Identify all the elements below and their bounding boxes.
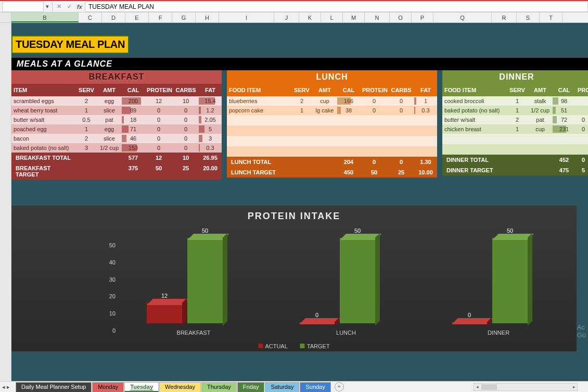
worksheet-area[interactable]: TUESDAY MEAL PLAN MEALS AT A GLANCE BREA…: [0, 23, 588, 381]
column-header-F[interactable]: F: [149, 12, 172, 22]
dinner-header: DINNER: [442, 70, 588, 84]
page-title-cell[interactable]: TUESDAY MEAL PLAN: [11, 35, 129, 54]
subtitle-bar: MEALS AT A GLANCE: [11, 58, 588, 70]
column-header-R[interactable]: R: [492, 12, 517, 22]
breakfast-header: BREAKFAST: [11, 70, 222, 84]
protein-chart[interactable]: PROTEIN INTAKE 01020304050 1250BREAKFAST…: [11, 206, 577, 351]
column-header-O[interactable]: O: [390, 12, 412, 22]
chart-legend: ACTUALTARGET: [258, 343, 329, 349]
table-row[interactable]: [442, 144, 588, 155]
column-header-C[interactable]: C: [79, 12, 102, 22]
tab-nav[interactable]: ◂ ▸: [2, 384, 10, 390]
activate-watermark: Ac Go: [577, 323, 586, 339]
formula-input[interactable]: TUESDAY MEAL PLAN: [85, 2, 588, 12]
column-header-K[interactable]: K: [299, 12, 321, 22]
table-row[interactable]: [227, 136, 437, 146]
bar-target: 50: [340, 238, 375, 323]
name-box[interactable]: [2, 2, 44, 12]
dinner-total: DINNER TOTAL4520: [442, 155, 588, 165]
bar-actual: 12: [147, 303, 182, 323]
column-header-D[interactable]: D: [102, 12, 125, 22]
table-row[interactable]: baked potato (no salt)11/2 cup51: [442, 106, 588, 115]
lunch-total: LUNCH TOTAL204001.30: [227, 157, 437, 167]
column-header-N[interactable]: N: [365, 12, 390, 22]
sheet-tab-friday[interactable]: Friday: [237, 382, 265, 392]
lunch-header: LUNCH: [227, 70, 437, 84]
table-row[interactable]: popcorn cake1lg cake38000.3: [227, 106, 437, 115]
column-header-M[interactable]: M: [343, 12, 365, 22]
sheet-tab-thursday[interactable]: Thursday: [201, 382, 237, 392]
confirm-edit-icon[interactable]: ✓: [64, 3, 74, 10]
column-header-I[interactable]: I: [219, 12, 274, 22]
bar-target: 50: [492, 238, 528, 323]
cancel-edit-icon[interactable]: ✕: [54, 3, 64, 10]
breakfast-total: BREAKFAST TOTAL577121026.95: [11, 153, 222, 163]
column-header-Q[interactable]: Q: [433, 12, 492, 22]
table-row[interactable]: [227, 146, 437, 157]
table-row[interactable]: [227, 125, 437, 136]
column-headers: BCDEFGHIJKLMNOPQRST: [0, 12, 588, 23]
name-box-dropdown[interactable]: ▾: [44, 3, 51, 10]
formula-bar: ▾ ✕ ✓ fx TUESDAY MEAL PLAN: [0, 0, 588, 12]
column-header-E[interactable]: E: [125, 12, 149, 22]
table-row[interactable]: wheat berry toast1slice89001.2: [11, 106, 222, 115]
bar-actual: 0: [299, 322, 335, 323]
sheet-tab-bar: ◂ ▸ Daily Meal Planner SetupMondayTuesda…: [0, 381, 588, 392]
table-row[interactable]: butter w/salt0.5pat18002.05: [11, 115, 222, 124]
sheet-tab-tuesday[interactable]: Tuesday: [124, 382, 159, 392]
column-header-L[interactable]: L: [321, 12, 343, 22]
fx-icon[interactable]: fx: [74, 4, 85, 10]
table-row[interactable]: [227, 115, 437, 125]
sheet-tab-wednesday[interactable]: Wednesday: [159, 382, 201, 392]
bar-target: 50: [187, 238, 223, 323]
row-headers[interactable]: [0, 23, 11, 381]
table-row[interactable]: poached egg1egg71005: [11, 124, 222, 134]
sheet-tab-monday[interactable]: Monday: [92, 382, 124, 392]
table-row[interactable]: bacon2slice46003: [11, 134, 222, 143]
column-header-J[interactable]: J: [274, 12, 299, 22]
breakfast-table: BREAKFASTITEMSERVAMTCALPROTEINCARBSFATsc…: [11, 70, 222, 180]
column-header-B[interactable]: B: [11, 12, 79, 22]
bar-group-lunch: 050LUNCH: [299, 239, 393, 323]
sheet-tab-saturday[interactable]: Saturday: [265, 382, 299, 392]
table-row[interactable]: [442, 134, 588, 144]
sheet-tab-daily-meal-planner-setup[interactable]: Daily Meal Planner Setup: [16, 382, 92, 392]
table-row[interactable]: butter w/salt2pat720: [442, 115, 588, 124]
chart-title: PROTEIN INTAKE: [248, 211, 341, 222]
dinner-table: DINNERFOOD ITEMSERVAMTCALPROcooked brocc…: [442, 70, 588, 180]
bar-group-breakfast: 1250BREAKFAST: [147, 239, 240, 323]
lunch-target: LUNCH TARGET450502510.00: [227, 167, 437, 178]
column-header-T[interactable]: T: [540, 12, 563, 22]
dinner-target: DINNER TARGET4755: [442, 165, 588, 175]
column-header-P[interactable]: P: [412, 12, 433, 22]
horizontal-scrollbar[interactable]: ◂ ▸: [474, 383, 578, 391]
table-row[interactable]: blueberries2cup166001: [227, 96, 437, 106]
column-header-G[interactable]: G: [172, 12, 196, 22]
bar-group-dinner: 050DINNER: [452, 239, 545, 323]
add-sheet-button[interactable]: +: [335, 382, 344, 391]
table-row[interactable]: baked potato (no salt)31/2 cup153000.3: [11, 143, 222, 153]
table-row[interactable]: cooked broccoli1stalk98: [442, 96, 588, 106]
bar-actual: 0: [452, 322, 487, 323]
sheet-tab-sunday[interactable]: Sunday: [300, 382, 330, 392]
table-row[interactable]: scrambled eggs2egg200121015.4: [11, 96, 222, 106]
breakfast-target: BREAKFAST TARGET375502520.00: [11, 163, 222, 180]
lunch-table: LUNCHFOOD ITEMSERVAMTCALPROTEINCARBSFATb…: [227, 70, 437, 180]
column-header-H[interactable]: H: [196, 12, 219, 22]
column-header-S[interactable]: S: [517, 12, 540, 22]
select-all-corner[interactable]: [0, 12, 11, 22]
table-row[interactable]: chicken breast1cup2310: [442, 124, 588, 134]
